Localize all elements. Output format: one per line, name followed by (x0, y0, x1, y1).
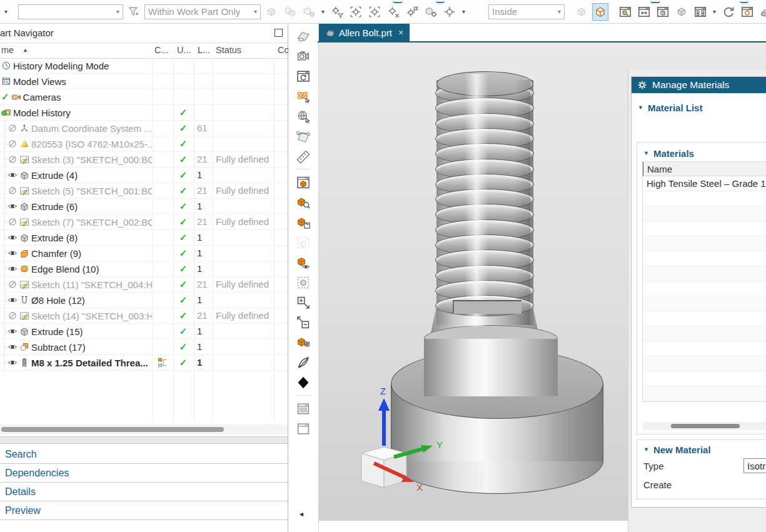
window-refresh-icon[interactable] (292, 67, 315, 85)
visible-eye-icon[interactable] (8, 170, 18, 180)
surface-curve-icon[interactable] (292, 127, 315, 145)
rotate-explore-icon[interactable] (292, 107, 315, 125)
window-fit-icon[interactable] (636, 3, 652, 21)
panel-splitter[interactable] (0, 436, 288, 444)
tree-row[interactable]: Datum Coordinate System ...✓61 (0, 121, 288, 136)
tree-row[interactable]: Sketch (11) "SKETCH_004:H...✓21Fully def… (0, 277, 288, 293)
toolbar-overflow-caret[interactable]: ▾ (3, 8, 9, 15)
material-empty-row[interactable] (643, 221, 766, 236)
column-u[interactable]: U... (177, 45, 191, 55)
window-layout-icon[interactable] (692, 3, 708, 21)
tree-row[interactable]: Sketch (7) "SKETCH_002:BO...✓21Fully def… (0, 214, 288, 230)
hidden-eye-icon[interactable] (8, 154, 18, 164)
show-hide-model-icon[interactable] (292, 253, 315, 271)
tree-row[interactable]: Model Views (0, 74, 288, 89)
panel-section-dependencies[interactable]: Dependencies (0, 464, 288, 483)
section-collapse-icon[interactable]: ▼ (643, 446, 649, 453)
ghost-window-icon[interactable] (292, 233, 315, 251)
filled-panel-icon[interactable] (292, 399, 315, 418)
window-history-icon[interactable] (655, 3, 671, 21)
zoom-out-icon[interactable] (292, 313, 315, 331)
selection-filter-icon[interactable] (126, 3, 142, 21)
tree-row[interactable]: Model History✓ (0, 105, 288, 121)
tree-row[interactable]: History Modeling Mode (0, 58, 288, 74)
display-cube-icon[interactable] (673, 3, 690, 21)
inside-combo[interactable]: Inside▾ (488, 4, 565, 19)
snap-intersection-icon[interactable] (385, 3, 401, 21)
hidden-eye-icon[interactable] (8, 123, 18, 133)
tree-row[interactable]: Sketch (14) "SKETCH_003:H...✓21Fully def… (0, 308, 288, 324)
diamond-point-icon[interactable] (292, 373, 315, 391)
material-empty-row[interactable] (643, 341, 766, 356)
tree-row[interactable]: ✓Cameras (0, 89, 288, 105)
collapse-panel-icon[interactable]: ◂ (300, 509, 303, 518)
panel-maximize-icon[interactable] (275, 29, 283, 37)
selection-type-combo[interactable]: ▾ (18, 4, 123, 19)
snap-endpoint-icon[interactable] (348, 3, 364, 21)
material-empty-row[interactable] (643, 326, 766, 341)
tab-close-icon[interactable]: × (398, 28, 403, 38)
visible-eye-icon[interactable] (8, 295, 18, 305)
tree-row[interactable]: Sketch (3) "SKETCH_000:BO...✓21Fully def… (0, 152, 288, 168)
column-co[interactable]: Co (278, 45, 290, 55)
hidden-eye-icon[interactable] (8, 217, 18, 227)
tree-row[interactable]: Subtract (17)✓1 (0, 339, 288, 355)
snap-point-caret[interactable]: ▾ (320, 8, 326, 15)
visible-eye-icon[interactable] (8, 326, 18, 336)
materials-name-column-header[interactable]: Name (643, 162, 766, 176)
material-empty-row[interactable] (643, 386, 766, 401)
visible-eye-icon[interactable] (8, 264, 18, 274)
snap-midpoint-icon[interactable] (366, 3, 383, 21)
new-material-section-header[interactable]: ▼ New Material (637, 443, 766, 456)
material-empty-row[interactable] (643, 191, 766, 206)
column-l[interactable]: L... (198, 45, 210, 55)
materials-table-scrollbar[interactable] (642, 422, 766, 430)
snap-pole-icon[interactable] (404, 3, 420, 21)
visible-eye-icon[interactable] (8, 342, 18, 352)
snap-filter-icon[interactable] (329, 3, 345, 21)
material-empty-row[interactable] (643, 251, 766, 266)
panel-section-search[interactable]: Search (0, 445, 288, 464)
visible-eye-icon[interactable] (8, 248, 18, 258)
material-empty-row[interactable] (643, 371, 766, 386)
snap-point-cube-icon[interactable] (263, 3, 280, 21)
material-empty-row[interactable] (643, 206, 766, 221)
visible-eye-icon[interactable] (8, 233, 18, 243)
tree-row[interactable]: Chamfer (9)✓1 (0, 246, 288, 261)
scrollbar-thumb[interactable] (1, 427, 224, 432)
model-window-icon[interactable] (292, 173, 315, 191)
material-empty-row[interactable] (643, 296, 766, 311)
dialog-title-bar[interactable]: Manage Materials (632, 77, 766, 93)
sort-asc-icon[interactable]: ▲ (23, 47, 28, 53)
combo-caret-icon[interactable]: ▾ (113, 8, 119, 15)
tree-row[interactable]: Extrude (8)✓1 (0, 230, 288, 246)
snap-point-pair-icon[interactable] (282, 3, 298, 21)
tree-horizontal-scrollbar[interactable] (0, 424, 288, 434)
export-model-icon[interactable] (292, 333, 315, 351)
material-empty-row[interactable] (643, 281, 766, 296)
hidden-eye-icon[interactable] (8, 139, 18, 149)
type-combo[interactable]: Isotrop (743, 458, 766, 473)
visible-eye-icon[interactable] (8, 358, 18, 368)
combo-caret-icon[interactable]: ▾ (250, 8, 257, 15)
tree-row[interactable]: Extrude (4)✓1 (0, 168, 288, 183)
ghost-cube-icon[interactable] (292, 273, 315, 291)
tree-row[interactable]: Edge Blend (10)✓1 (0, 261, 288, 277)
material-empty-row[interactable] (643, 236, 766, 251)
panel-section-preview[interactable]: Preview (0, 501, 288, 520)
tree-row[interactable]: Extrude (6)✓1 (0, 199, 288, 214)
refresh-view-icon[interactable] (720, 3, 737, 21)
snap-generic-point-icon[interactable] (441, 3, 458, 21)
tree-row[interactable]: 820553 {ISO 4762-M10x25-...✓ (0, 136, 288, 152)
panel-section-details[interactable]: Details (0, 483, 288, 501)
add-model-window-icon[interactable] (292, 213, 315, 231)
window-render-icon[interactable] (739, 3, 755, 21)
measure-ruler-icon[interactable] (292, 147, 315, 165)
column-name[interactable]: me (1, 45, 14, 55)
find-in-model-icon[interactable] (292, 193, 315, 211)
section-collapse-icon[interactable]: ▼ (638, 104, 643, 111)
material-empty-row[interactable] (643, 356, 766, 371)
tree-row[interactable]: Extrude (15)✓1 (0, 324, 288, 339)
tree-row[interactable]: Sketch (5) "SKETCH_001:BO...✓21Fully def… (0, 183, 288, 199)
column-c[interactable]: C... (154, 45, 169, 55)
